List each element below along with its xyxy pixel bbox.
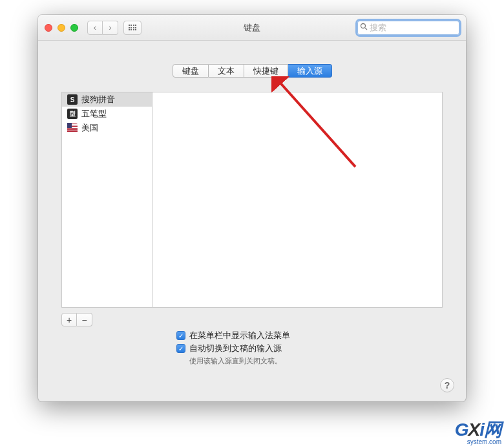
- wubi-icon: 型: [67, 109, 78, 119]
- source-label: 搜狗拼音: [81, 94, 115, 105]
- add-remove-buttons: + −: [61, 313, 92, 326]
- source-label: 美国: [81, 122, 98, 134]
- checkbox-row[interactable]: ✓ 在菜单栏中显示输入法菜单: [176, 329, 290, 342]
- content-area: 键盘 文本 快捷键 输入源 S 搜狗拼音 型 五笔型 美国: [38, 41, 466, 338]
- back-button[interactable]: ‹: [87, 21, 103, 35]
- search-input[interactable]: [370, 23, 466, 32]
- tab-shortcuts[interactable]: 快捷键: [244, 64, 288, 78]
- window-title: 键盘: [244, 22, 260, 34]
- grid-icon: [129, 25, 137, 30]
- help-button[interactable]: ?: [440, 378, 454, 392]
- list-item[interactable]: S 搜狗拼音: [62, 92, 152, 107]
- tab-keyboard[interactable]: 键盘: [173, 64, 209, 78]
- checkbox-show-menu[interactable]: ✓: [176, 331, 185, 340]
- tab-input-sources[interactable]: 输入源: [288, 64, 332, 78]
- maximize-icon[interactable]: [70, 24, 78, 32]
- hint-text: 使用该输入源直到关闭文稿。: [189, 356, 290, 366]
- titlebar: ‹ › 键盘 ✕: [38, 15, 466, 41]
- search-field[interactable]: ✕: [357, 21, 459, 35]
- tab-bar: 键盘 文本 快捷键 输入源: [61, 64, 443, 78]
- checkbox-row[interactable]: ✓ 自动切换到文稿的输入源: [176, 342, 290, 355]
- checkbox-label: 自动切换到文稿的输入源: [189, 343, 282, 354]
- minimize-icon[interactable]: [58, 24, 65, 32]
- input-sources-panel: S 搜狗拼音 型 五笔型 美国: [61, 92, 443, 308]
- sogou-icon: S: [67, 94, 78, 105]
- list-item[interactable]: 型 五笔型: [62, 107, 152, 121]
- list-item[interactable]: 美国: [62, 121, 152, 135]
- usa-flag-icon: [67, 123, 78, 133]
- source-list[interactable]: S 搜狗拼音 型 五笔型 美国: [61, 92, 152, 308]
- nav-buttons: ‹ ›: [87, 21, 118, 35]
- close-icon[interactable]: [45, 24, 52, 32]
- search-icon: [360, 23, 368, 32]
- remove-button[interactable]: −: [77, 313, 92, 326]
- svg-point-0: [361, 24, 366, 28]
- tab-text[interactable]: 文本: [209, 64, 244, 78]
- source-label: 五笔型: [81, 108, 107, 120]
- checkbox-auto-switch[interactable]: ✓: [176, 344, 185, 353]
- source-detail: [152, 92, 443, 308]
- add-button[interactable]: +: [61, 313, 77, 326]
- window-controls: [45, 24, 78, 32]
- checkbox-label: 在菜单栏中显示输入法菜单: [189, 330, 290, 341]
- watermark: GXi网 system.com: [455, 418, 501, 445]
- preferences-window: ‹ › 键盘 ✕ 键盘 文本 快捷键 输入源: [38, 15, 466, 401]
- show-all-button[interactable]: [123, 21, 142, 35]
- svg-line-1: [365, 28, 367, 30]
- forward-button[interactable]: ›: [103, 21, 118, 35]
- options-group: ✓ 在菜单栏中显示输入法菜单 ✓ 自动切换到文稿的输入源 使用该输入源直到关闭文…: [176, 329, 290, 366]
